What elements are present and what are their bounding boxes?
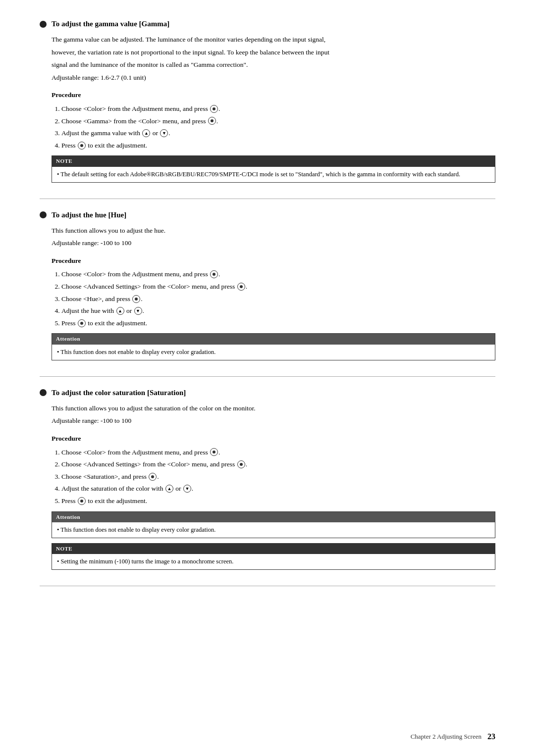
gamma-note-header: NOTE: [52, 156, 495, 167]
section-gamma-body: The gamma value can be adjusted. The lum…: [40, 34, 495, 183]
saturation-note-header: NOTE: [52, 544, 495, 554]
enter-icon-1: [210, 105, 218, 113]
footer-page: 23: [487, 732, 495, 741]
page-content: To adjust the gamma value [Gamma] The ga…: [0, 0, 535, 628]
saturation-desc-1: This function allows you to adjust the s…: [52, 403, 495, 414]
gamma-step-4: Press to exit the adjustment.: [61, 140, 495, 151]
section-saturation-heading: To adjust the color saturation [Saturati…: [52, 389, 186, 397]
hue-step-1: Choose <Color> from the Adjustment menu,…: [61, 269, 495, 280]
hue-desc-1: This function allows you to adjust the h…: [52, 225, 495, 236]
bullet-icon: [40, 21, 47, 28]
enter-icon-9: [237, 460, 245, 468]
enter-icon-3: [78, 142, 86, 150]
hue-procedure-heading: Procedure: [52, 255, 495, 266]
enter-icon-5: [237, 283, 245, 291]
section-saturation-body: This function allows you to adjust the s…: [40, 403, 495, 570]
saturation-attention-header: Attention: [52, 512, 495, 523]
hue-attention-content: • This function does not enable to displ…: [52, 345, 495, 360]
saturation-step-3: Choose <Saturation>, and press .: [61, 471, 495, 482]
hue-attention-header: Attention: [52, 334, 495, 345]
gamma-note-content: • The default setting for each Adobe®RGB…: [52, 167, 495, 182]
gamma-step-2: Choose <Gamma> from the <Color> menu, an…: [61, 116, 495, 127]
saturation-note-content: • Setting the minimum (-100) turns the i…: [52, 554, 495, 569]
hue-steps: Choose <Color> from the Adjustment menu,…: [61, 269, 495, 328]
saturation-attention-content: • This function does not enable to displ…: [52, 522, 495, 538]
divider-3: [40, 586, 495, 586]
section-hue: To adjust the hue [Hue] This function al…: [40, 211, 495, 360]
enter-icon-8: [210, 448, 218, 456]
gamma-step-1: Choose <Color> from the Adjustment menu,…: [61, 103, 495, 114]
hue-step-4: Adjust the hue with ▲ or ▼.: [61, 305, 495, 316]
hue-range: Adjustable range: -100 to 100: [52, 238, 495, 249]
saturation-step-4: Adjust the saturation of the color with …: [61, 483, 495, 494]
up-arrow-icon-3: ▲: [165, 485, 173, 493]
section-hue-body: This function allows you to adjust the h…: [40, 225, 495, 360]
saturation-procedure-heading: Procedure: [52, 433, 495, 444]
footer: Chapter 2 Adjusting Screen 23: [411, 732, 495, 741]
enter-icon-2: [208, 117, 216, 125]
bullet-icon-2: [40, 211, 47, 218]
section-hue-title: To adjust the hue [Hue]: [40, 211, 495, 219]
saturation-note-box: NOTE • Setting the minimum (-100) turns …: [52, 543, 495, 570]
gamma-procedure-heading: Procedure: [52, 90, 495, 101]
hue-attention-box: Attention • This function does not enabl…: [52, 333, 495, 360]
gamma-note-box: NOTE • The default setting for each Adob…: [52, 155, 495, 182]
saturation-range: Adjustable range: -100 to 100: [52, 415, 495, 426]
gamma-steps: Choose <Color> from the Adjustment menu,…: [61, 103, 495, 151]
enter-icon-4: [210, 270, 218, 278]
saturation-step-1: Choose <Color> from the Adjustment menu,…: [61, 447, 495, 458]
saturation-step-2: Choose <Advanced Settings> from the <Col…: [61, 459, 495, 470]
gamma-desc-3: signal and the luminance of the monitor …: [52, 59, 495, 70]
enter-icon-6: [132, 295, 140, 303]
hue-step-3: Choose <Hue>, and press .: [61, 294, 495, 304]
enter-icon-10: [149, 473, 157, 481]
saturation-step-5: Press to exit the adjustment.: [61, 496, 495, 506]
section-saturation-title: To adjust the color saturation [Saturati…: [40, 389, 495, 397]
saturation-steps: Choose <Color> from the Adjustment menu,…: [61, 447, 495, 506]
section-gamma-title: To adjust the gamma value [Gamma]: [40, 20, 495, 28]
section-hue-heading: To adjust the hue [Hue]: [52, 211, 126, 219]
bullet-icon-3: [40, 389, 47, 396]
divider-1: [40, 199, 495, 199]
gamma-desc-1: The gamma value can be adjusted. The lum…: [52, 34, 495, 45]
up-arrow-icon: ▲: [142, 129, 150, 137]
gamma-step-3: Adjust the gamma value with ▲ or ▼.: [61, 128, 495, 139]
hue-step-5: Press to exit the adjustment.: [61, 318, 495, 329]
footer-chapter: Chapter 2 Adjusting Screen: [411, 733, 482, 741]
divider-2: [40, 376, 495, 377]
up-arrow-icon-2: ▲: [116, 307, 124, 315]
saturation-attention-box: Attention • This function does not enabl…: [52, 511, 495, 538]
enter-icon-11: [78, 497, 86, 505]
down-arrow-icon: ▼: [160, 129, 168, 137]
section-saturation: To adjust the color saturation [Saturati…: [40, 389, 495, 570]
gamma-range: Adjustable range: 1.6-2.7 (0.1 unit): [52, 72, 495, 83]
enter-icon-7: [78, 319, 86, 327]
down-arrow-icon-3: ▼: [183, 485, 191, 493]
section-gamma: To adjust the gamma value [Gamma] The ga…: [40, 20, 495, 183]
gamma-desc-2: however, the variation rate is not propo…: [52, 47, 495, 58]
section-gamma-heading: To adjust the gamma value [Gamma]: [52, 20, 169, 28]
down-arrow-icon-2: ▼: [134, 307, 142, 315]
hue-step-2: Choose <Advanced Settings> from the <Col…: [61, 281, 495, 292]
